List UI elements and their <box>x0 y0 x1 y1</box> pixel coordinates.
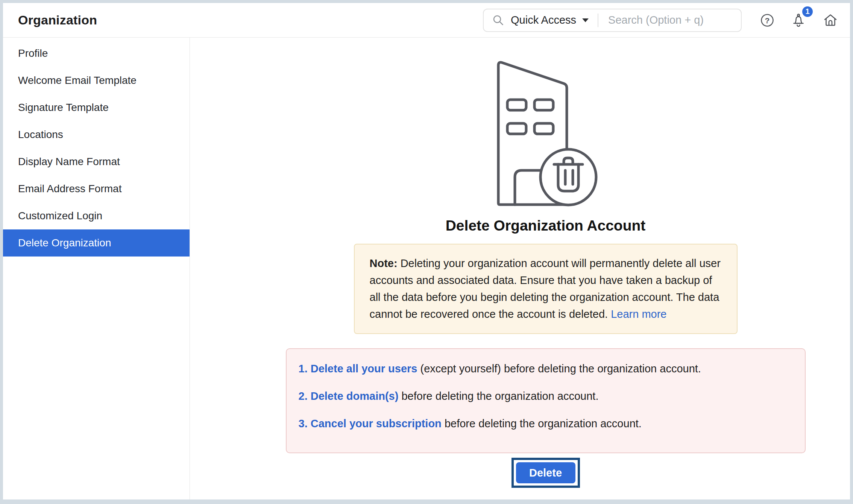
quick-access-dropdown[interactable]: Quick Access <box>511 14 589 26</box>
prerequisites-box: 1. Delete all your users (except yoursel… <box>286 348 806 453</box>
sidebar-item[interactable]: Welcome Email Template <box>3 67 190 94</box>
sidebar-item[interactable]: Signature Template <box>3 94 190 121</box>
note-label: Note: <box>370 257 398 269</box>
help-icon: ? <box>760 13 775 28</box>
learn-more-link[interactable]: Learn more <box>611 308 666 320</box>
home-button[interactable] <box>822 12 839 29</box>
header: Organization Quick Access Search (Option… <box>3 3 850 38</box>
notification-badge: 1 <box>802 6 813 17</box>
note-box: Note: Deleting your organization account… <box>354 244 738 334</box>
home-icon <box>822 12 839 29</box>
search-box[interactable]: Quick Access Search (Option + q) <box>483 9 742 32</box>
sidebar-item[interactable]: Customized Login <box>3 202 190 229</box>
prerequisite-item: 3. Cancel your subscription before delet… <box>299 415 790 432</box>
search-icon <box>492 14 505 27</box>
prerequisite-text: before deleting the organization account… <box>442 417 642 430</box>
header-icons: ? 1 <box>760 12 839 29</box>
page-title: Organization <box>18 13 97 27</box>
prerequisite-item: 1. Delete all your users (except yoursel… <box>299 360 790 377</box>
sidebar-item[interactable]: Delete Organization <box>3 229 190 257</box>
note-text: Deleting your organization account will … <box>370 257 721 320</box>
svg-text:?: ? <box>765 16 770 24</box>
prerequisite-link[interactable]: 2. Delete domain(s) <box>299 390 399 402</box>
quick-access-label: Quick Access <box>511 14 576 26</box>
prerequisite-item: 2. Delete domain(s) before deleting the … <box>299 388 790 405</box>
sidebar-item[interactable]: Profile <box>3 40 190 67</box>
search-input[interactable]: Search (Option + q) <box>608 14 704 26</box>
prerequisite-link[interactable]: 3. Cancel your subscription <box>299 417 442 430</box>
section-heading: Delete Organization Account <box>446 217 646 234</box>
delete-button-highlight: Delete <box>511 458 580 488</box>
sidebar-item[interactable]: Locations <box>3 121 190 148</box>
help-button[interactable]: ? <box>760 13 775 28</box>
sidebar: Profile Welcome Email Template Signature… <box>3 38 190 499</box>
prerequisite-text: before deleting the organization account… <box>398 390 598 402</box>
window-frame: Organization Quick Access Search (Option… <box>0 0 853 504</box>
chevron-down-icon <box>582 18 589 22</box>
notifications-button[interactable]: 1 <box>791 12 806 28</box>
delete-button[interactable]: Delete <box>516 462 575 483</box>
main-content: Delete Organization Account Note: Deleti… <box>190 38 850 499</box>
building-trash-icon <box>493 55 598 209</box>
app-container: Organization Quick Access Search (Option… <box>3 3 850 499</box>
sidebar-item[interactable]: Display Name Format <box>3 148 190 175</box>
sidebar-item[interactable]: Email Address Format <box>3 175 190 202</box>
prerequisite-link[interactable]: 1. Delete all your users <box>299 363 417 375</box>
prerequisite-text: (except yourself) before deleting the or… <box>417 363 701 375</box>
page-body: Profile Welcome Email Template Signature… <box>3 38 850 499</box>
search-divider <box>598 14 598 27</box>
